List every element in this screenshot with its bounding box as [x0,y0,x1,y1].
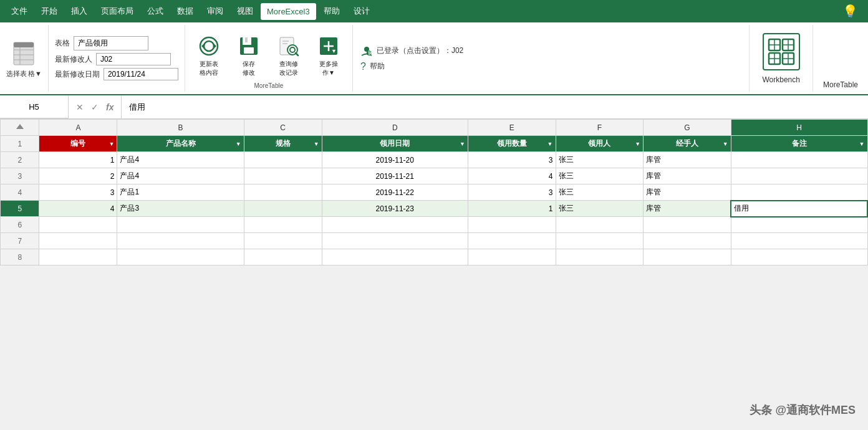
filter-arrow-F[interactable]: ▼ [635,141,640,147]
cell-D5[interactable]: 2019-11-23 [322,201,468,217]
cell-H3[interactable] [731,168,867,184]
filter-arrow-H[interactable]: ▼ [859,141,865,147]
filter-arrow-D[interactable]: ▼ [460,141,465,147]
col-header-F[interactable]: F [556,120,644,136]
cell-G3[interactable]: 库管 [644,168,731,184]
menu-view[interactable]: 视图 [231,2,259,21]
menu-help[interactable]: 帮助 [317,2,346,21]
cell-E6[interactable] [468,217,556,233]
cell-D8[interactable] [322,249,468,265]
cell-B4[interactable]: 产品1 [117,184,244,201]
cell-C6[interactable] [244,217,322,233]
cell-F5[interactable]: 张三 [556,201,644,217]
col-header-H[interactable]: H [731,120,867,136]
cell-C7[interactable] [244,233,322,249]
cell-A2[interactable]: 1 [39,152,117,168]
cell-A7[interactable] [39,233,117,249]
header-G[interactable]: 经手人 ▼ [644,136,731,152]
confirm-formula-icon[interactable]: ✓ [91,102,99,112]
header-E[interactable]: 领用数量 ▼ [468,136,556,152]
save-btn[interactable]: 保存修改 [230,30,268,80]
workbench-section[interactable]: Workbench [750,25,813,92]
select-table-btn[interactable]: 选择表 格▼ [6,38,42,79]
filter-arrow-C[interactable]: ▼ [314,141,319,147]
cell-A6[interactable] [39,217,117,233]
cancel-formula-icon[interactable]: ✕ [76,102,84,112]
cell-F6[interactable] [556,217,644,233]
update-table-btn[interactable]: 更新表格内容 [190,30,228,80]
logged-in-row[interactable]: 设 已登录（点击设置）：J02 [360,45,742,57]
cell-ref[interactable]: H5 [0,95,69,118]
cell-A4[interactable]: 3 [39,184,117,201]
cell-B8[interactable] [117,249,244,265]
cell-A5[interactable]: 4 [39,201,117,217]
cell-H6[interactable] [731,217,867,233]
cell-F2[interactable]: 张三 [556,152,644,168]
cell-E8[interactable] [468,249,556,265]
menu-file[interactable]: 文件 [5,2,34,21]
cell-B2[interactable]: 产品4 [117,152,244,168]
menu-moreexcel[interactable]: MoreExcel3 [261,3,316,20]
more-btn[interactable]: ▼ 更多操作▼ [310,30,347,80]
cell-E2[interactable]: 3 [468,152,556,168]
header-D[interactable]: 领用日期 ▼ [322,136,468,152]
cell-E5[interactable]: 1 [468,201,556,217]
filter-arrow-G[interactable]: ▼ [723,141,728,147]
cell-H7[interactable] [731,233,867,249]
cell-G6[interactable] [644,217,731,233]
filter-arrow-E[interactable]: ▼ [547,141,553,147]
header-C[interactable]: 规格 ▼ [244,136,322,152]
cell-G8[interactable] [644,249,731,265]
cell-C8[interactable] [244,249,322,265]
cell-E7[interactable] [468,233,556,249]
cell-E3[interactable]: 4 [468,168,556,184]
cell-C3[interactable] [244,168,322,184]
cell-C5[interactable] [244,201,322,217]
col-header-C[interactable]: C [244,120,322,136]
formula-input[interactable]: 借用 [122,99,868,115]
menu-start[interactable]: 开始 [35,2,64,21]
cell-G2[interactable]: 库管 [644,152,731,168]
cell-G7[interactable] [644,233,731,249]
cell-D3[interactable]: 2019-11-21 [322,168,468,184]
cell-H2[interactable] [731,152,867,168]
bulb-icon[interactable]: 💡 [842,4,863,19]
filter-arrow-B[interactable]: ▼ [236,141,241,147]
cell-H5[interactable]: 借用 [731,201,867,217]
cell-D4[interactable]: 2019-11-22 [322,184,468,201]
col-header-D[interactable]: D [322,120,468,136]
col-header-E[interactable]: E [468,120,556,136]
cell-H4[interactable] [731,184,867,201]
query-btn[interactable]: 查询修改记录 [270,30,307,80]
filter-arrow-A[interactable]: ▼ [109,141,115,147]
cell-F7[interactable] [556,233,644,249]
menu-page-layout[interactable]: 页面布局 [95,2,140,21]
menu-review[interactable]: 审阅 [201,2,229,21]
cell-A3[interactable]: 2 [39,168,117,184]
cell-G5[interactable]: 库管 [644,201,731,217]
cell-C4[interactable] [244,184,322,201]
header-H[interactable]: 备注 ▼ [731,136,867,152]
help-row[interactable]: ? 帮助 [360,61,742,72]
header-A[interactable]: 编号 ▼ [39,136,117,152]
spreadsheet[interactable]: A B C D E F G H 1 编号 ▼ [0,119,868,265]
cell-H8[interactable] [731,249,867,265]
cell-B5[interactable]: 产品3 [117,201,244,217]
header-B[interactable]: 产品名称 ▼ [117,136,244,152]
menu-design[interactable]: 设计 [347,2,376,21]
cell-D2[interactable]: 2019-11-20 [322,152,468,168]
col-header-G[interactable]: G [644,120,731,136]
cell-D6[interactable] [322,217,468,233]
cell-D7[interactable] [322,233,468,249]
insert-function-icon[interactable]: fx [106,102,113,112]
cell-F8[interactable] [556,249,644,265]
header-F[interactable]: 领用人 ▼ [556,136,644,152]
col-header-A[interactable]: A [39,120,117,136]
cell-F3[interactable]: 张三 [556,168,644,184]
cell-A8[interactable] [39,249,117,265]
cell-B3[interactable]: 产品4 [117,168,244,184]
menu-insert[interactable]: 插入 [65,2,94,21]
cell-B7[interactable] [117,233,244,249]
cell-F4[interactable]: 张三 [556,184,644,201]
cell-B6[interactable] [117,217,244,233]
